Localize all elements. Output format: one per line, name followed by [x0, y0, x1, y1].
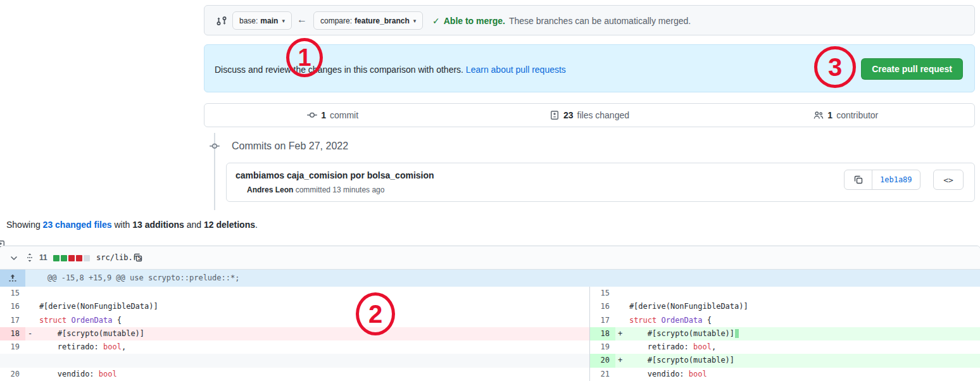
check-icon: ✓	[432, 16, 440, 26]
line-number	[0, 354, 25, 367]
learn-about-pull-requests-link[interactable]: Learn about pull requests	[466, 65, 566, 75]
compare-label: compare:	[320, 16, 352, 25]
contributors-stat[interactable]: 1 contributor	[718, 104, 974, 127]
diffstat-block-del	[76, 255, 82, 261]
git-commit-icon	[307, 110, 317, 120]
contributors-count: 1	[827, 110, 832, 120]
commits-count: 1	[321, 110, 326, 120]
code-line: struct OrdenData {	[21, 314, 589, 327]
annotation-circle-2: 2	[356, 292, 395, 335]
compare-direction-arrow: ←	[297, 14, 307, 25]
diff-row: 15	[0, 287, 589, 300]
diffstat-block-del	[68, 255, 75, 261]
summary-prefix: Showing	[6, 220, 43, 230]
comparison-stats-bar: 1 commit 23 files changed 1 contributor	[204, 103, 975, 127]
collapse-file-chevron-icon[interactable]	[9, 253, 19, 263]
diff-row	[0, 354, 589, 367]
merge-status: ✓ Able to merge. These branches can be a…	[432, 6, 691, 36]
diff-pane-new: 1516 #[derive(NonFungibleData)]17 struct…	[590, 287, 980, 381]
merge-status-text: Able to merge.	[444, 16, 505, 26]
code-line: #[derive(NonFungibleData)]	[21, 300, 589, 313]
annotation-circle-1: 1	[286, 38, 323, 77]
code-icon: <>	[943, 175, 953, 185]
code-line: struct OrdenData {	[611, 314, 980, 327]
changed-files-link[interactable]: 23 changed files	[43, 220, 112, 230]
line-number[interactable]: 15	[0, 287, 25, 300]
diff-row: 19 retirado: bool,	[0, 340, 589, 354]
code-line: retirado: bool,	[611, 340, 980, 354]
code-line: vendido: bool	[611, 368, 980, 381]
commit-sha-group: 1eb1a89	[844, 170, 920, 190]
merge-status-detail: These branches can be automatically merg…	[509, 16, 691, 26]
diff-row: 16 #[derive(NonFungibleData)]	[590, 300, 980, 313]
diff-file-header: 11 src/lib.rs	[0, 246, 980, 270]
diff-row: 17 struct OrdenData {	[590, 314, 980, 327]
diff-row: 18+ #[scrypto(mutable)]	[590, 327, 980, 340]
diffstat-block-add	[53, 255, 60, 261]
diffstat-block-add	[61, 255, 67, 261]
diff-row: 15	[590, 287, 980, 300]
diff-row: 17 struct OrdenData {	[0, 314, 589, 327]
compare-branches-bar: base:main▾ ← compare:feature_branch▾ ✓ A…	[204, 5, 975, 35]
diff-row: 20 vendido: bool	[0, 368, 589, 381]
annotation-circle-3: 3	[814, 46, 856, 88]
code-line: #[scrypto(mutable)]	[21, 327, 589, 340]
drag-handle-icon[interactable]	[25, 253, 35, 263]
trailing-whitespace-marker	[735, 329, 739, 338]
code-line: vendido: bool	[21, 368, 589, 381]
file-diff-icon	[550, 110, 560, 120]
file-diff-icon	[0, 220, 2, 230]
git-compare-icon	[216, 15, 227, 27]
files-changed-stat[interactable]: 23 files changed	[461, 104, 717, 127]
commit-card: cambiamos caja_comision por bolsa_comisi…	[226, 163, 975, 202]
code-line: #[scrypto(mutable)]	[611, 354, 980, 367]
people-icon	[814, 110, 824, 120]
file-changes-count: 11	[39, 246, 47, 270]
browse-code-button[interactable]: <>	[933, 170, 964, 190]
diff-summary: Showing 23 changed files with 13 additio…	[0, 218, 258, 232]
commits-stat[interactable]: 1 commit	[204, 104, 461, 127]
base-branch-selector[interactable]: base:main▾	[232, 11, 292, 30]
line-number[interactable]: 15	[590, 287, 615, 300]
copy-file-path-icon[interactable]	[133, 253, 143, 263]
deletions-count: 12 deletions	[204, 220, 255, 230]
contributors-label: contributor	[836, 110, 878, 120]
diff-row: 20+ #[scrypto(mutable)]	[590, 354, 980, 367]
create-pull-request-button[interactable]: Create pull request	[861, 58, 963, 80]
github-compare-page: base:main▾ ← compare:feature_branch▾ ✓ A…	[0, 0, 980, 381]
hunk-header-text: @@ -15,8 +15,9 @@ use scrypto::prelude::…	[47, 270, 239, 287]
commit-title-link[interactable]: cambiamos caja_comision por bolsa_comisi…	[236, 170, 434, 180]
commit-meta: Andres Leon committed 13 minutes ago	[247, 185, 384, 194]
commit-author[interactable]: Andres Leon	[247, 185, 293, 194]
banner-text: Discuss and review the changes in this c…	[215, 65, 566, 75]
commit-sha-link[interactable]: 1eb1a89	[872, 170, 920, 189]
split-diff: 1516 #[derive(NonFungibleData)]17 struct…	[0, 287, 980, 381]
diff-hunk-row: @@ -15,8 +15,9 @@ use scrypto::prelude::…	[0, 270, 980, 287]
diff-pane-old: 1516 #[derive(NonFungibleData)]17 struct…	[0, 287, 589, 381]
copy-sha-button[interactable]	[845, 170, 872, 189]
chevron-down-icon: ▾	[282, 18, 285, 24]
diff-row: 16 #[derive(NonFungibleData)]	[0, 300, 589, 313]
diff-file-box: 11 src/lib.rs @@ -15,8 +15,9 @@ use scry…	[0, 246, 980, 381]
git-commit-node-icon	[208, 141, 222, 151]
base-label: base:	[239, 16, 258, 25]
chevron-down-icon: ▾	[413, 18, 417, 24]
base-branch-name: main	[260, 16, 278, 25]
compare-branch-selector[interactable]: compare:feature_branch▾	[313, 11, 423, 30]
code-line: retirado: bool,	[21, 340, 589, 354]
diff-row: 21 vendido: bool	[590, 368, 980, 381]
commits-label: commit	[330, 110, 358, 120]
additions-count: 13 additions	[132, 220, 184, 230]
diffstat-block-neutral	[84, 255, 90, 261]
expand-up-icon	[8, 273, 18, 284]
code-line: #[scrypto(mutable)]	[611, 327, 980, 340]
code-line: #[derive(NonFungibleData)]	[611, 300, 980, 313]
diff-row: 19 retirado: bool,	[590, 340, 980, 354]
compare-branch-name: feature_branch	[355, 16, 410, 25]
expand-hunk-button[interactable]	[0, 270, 25, 287]
files-changed-count: 23	[563, 110, 574, 120]
commits-date-heading: Commits on Feb 27, 2022	[232, 141, 348, 152]
diff-row: 18- #[scrypto(mutable)]	[0, 327, 589, 340]
copy-icon	[853, 175, 864, 185]
commit-meta-text: committed 13 minutes ago	[296, 185, 385, 194]
